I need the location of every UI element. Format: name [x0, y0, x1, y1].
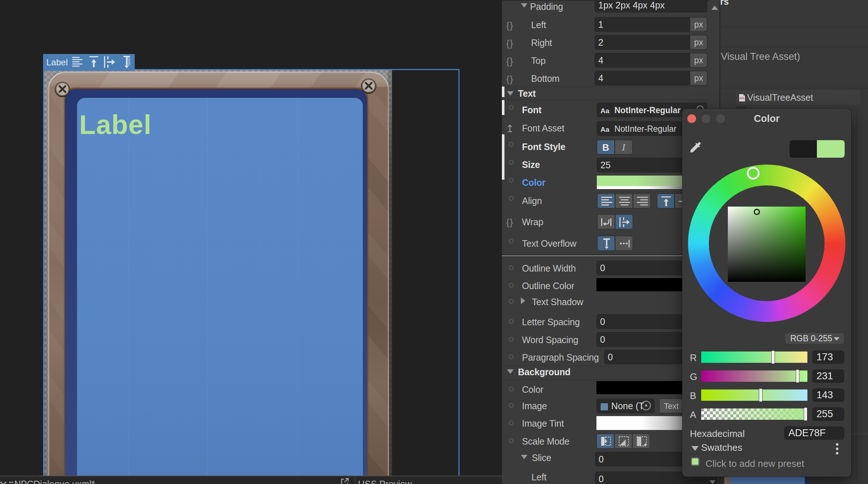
svg-text:</>: </> [740, 96, 744, 100]
